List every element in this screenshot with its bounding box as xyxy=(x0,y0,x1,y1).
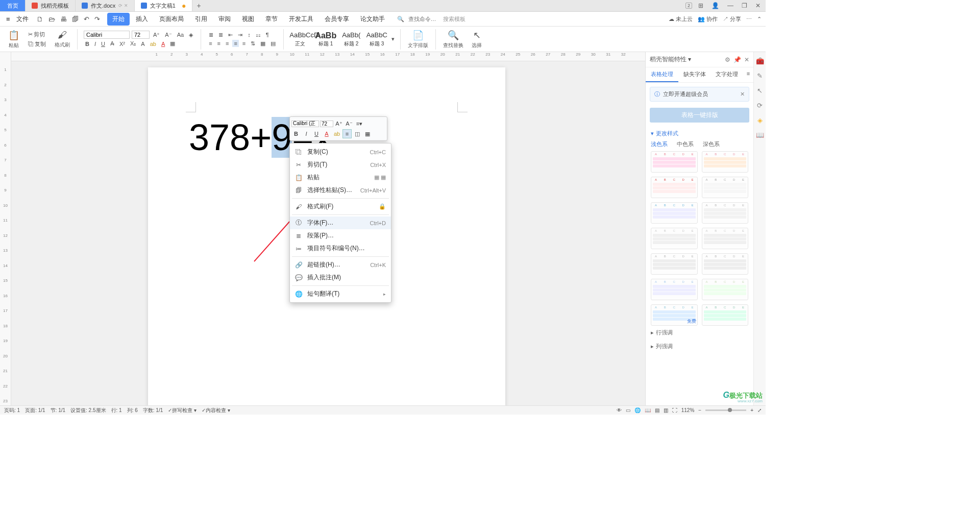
new-icon[interactable]: 🗋 xyxy=(36,14,44,24)
borders-button[interactable]: ▦ xyxy=(259,40,267,47)
redo-icon[interactable]: ↷ xyxy=(93,14,101,24)
select-button[interactable]: ↖选择 xyxy=(469,29,485,50)
italic-button[interactable]: I xyxy=(93,40,97,47)
horizontal-ruler[interactable]: 1234567891011121314151617181920212223242… xyxy=(11,52,645,61)
font-color-button[interactable]: A xyxy=(160,40,166,47)
close-button[interactable]: ✕ xyxy=(753,1,763,10)
row-emphasis-toggle[interactable]: ▸ 行强调 xyxy=(646,326,753,340)
undo-icon[interactable]: ↶ xyxy=(83,14,90,24)
style-thumbnail[interactable]: ABCDE xyxy=(651,151,698,173)
paste-button[interactable]: 📋粘贴 xyxy=(5,29,22,50)
mini-font-select[interactable] xyxy=(291,120,319,127)
view-outline-icon[interactable]: ▤ xyxy=(655,407,659,413)
tab-template[interactable]: 找稻壳模板 xyxy=(26,0,76,11)
style-thumbnail[interactable]: ABCDE xyxy=(702,279,749,300)
ribbon-tab-start[interactable]: 开始 xyxy=(107,13,130,26)
ctx-format-brush[interactable]: 🖌格式刷(F)🔒 xyxy=(290,200,391,213)
subscript-button[interactable]: X₂ xyxy=(129,40,137,47)
hamburger-icon[interactable]: ≡ xyxy=(4,14,12,24)
showmarks-button[interactable]: ¶ xyxy=(264,31,271,38)
style-thumbnail[interactable]: ABCDE xyxy=(702,253,749,275)
superscript-button[interactable]: X² xyxy=(118,40,127,47)
share-button[interactable]: ↗ 分享 xyxy=(723,15,741,23)
ctx-paragraph[interactable]: ≣段落(P)… xyxy=(290,229,391,242)
status-chars[interactable]: 字数: 1/1 xyxy=(143,407,163,414)
open-icon[interactable]: 🗁 xyxy=(47,14,56,24)
mini-shrink-font-icon[interactable]: A⁻ xyxy=(345,119,354,128)
zoom-slider[interactable] xyxy=(705,409,746,411)
gear-icon[interactable]: ⚙ xyxy=(725,56,730,63)
style-thumbnail[interactable]: ABCDE xyxy=(651,177,698,198)
tab-home[interactable]: 首页 xyxy=(0,0,26,11)
maximize-button[interactable]: ❐ xyxy=(740,1,749,10)
expand-icon[interactable]: ⤢ xyxy=(757,407,762,413)
ctx-cut[interactable]: ✂剪切(T)Ctrl+X xyxy=(290,158,391,171)
bold-button[interactable]: B xyxy=(84,40,91,47)
cut-button[interactable]: ✂ 剪切 xyxy=(27,30,47,39)
more-icon[interactable]: ⋯ xyxy=(746,16,752,22)
fit-icon[interactable]: ⛶ xyxy=(672,407,677,413)
font-size-select[interactable] xyxy=(132,31,150,39)
bullets-button[interactable]: ≣ xyxy=(207,31,215,39)
paste-options-icon[interactable]: ▦ ▦ xyxy=(374,174,386,181)
ribbon-tab-layout[interactable]: 页面布局 xyxy=(154,13,189,26)
status-section[interactable]: 节: 1/1 xyxy=(51,407,65,414)
panel-tab-table[interactable]: 表格处理 xyxy=(646,67,678,82)
strike-button[interactable]: A̶ xyxy=(109,40,116,47)
refresh-icon[interactable]: ⟳ xyxy=(757,102,763,109)
style-gallery[interactable]: AaBbCcD正文 AaBb标题 1 AaBb(标题 2 AaBbC标题 3 ▾ xyxy=(288,30,396,49)
status-page[interactable]: 页面: 1/1 xyxy=(25,407,45,414)
ctx-bullets[interactable]: ≔项目符号和编号(N)… xyxy=(290,242,391,255)
clear-format-icon[interactable]: ◈ xyxy=(187,31,194,39)
mini-linespace-icon[interactable]: ≡▾ xyxy=(355,119,364,128)
file-menu[interactable]: 文件 xyxy=(13,14,32,25)
mini-highlight-button[interactable]: ab xyxy=(332,129,341,138)
outdent-button[interactable]: ⇤ xyxy=(227,31,234,39)
align-center-button[interactable]: ≡ xyxy=(216,40,222,47)
mini-align-button[interactable]: ≡ xyxy=(342,129,352,138)
style-thumbnail[interactable]: ABCDE xyxy=(651,202,698,224)
table-autoformat-button[interactable]: 表格一键排版 xyxy=(650,108,749,123)
highlight-button[interactable]: ab xyxy=(149,40,158,47)
panel-tab-font[interactable]: 缺失字体 xyxy=(678,67,711,82)
style-thumbnail[interactable]: ABCDE xyxy=(702,228,749,249)
diamond-icon[interactable]: ◈ xyxy=(757,116,763,124)
status-position[interactable]: 设置值: 2.5厘米 xyxy=(70,407,106,414)
collapse-ribbon-icon[interactable]: ⌃ xyxy=(757,16,762,22)
grid-icon[interactable]: ⊞ xyxy=(696,1,705,10)
align-left-button[interactable]: ≡ xyxy=(207,40,213,47)
avatar-icon[interactable]: 👤 xyxy=(709,1,721,10)
panel-tab-more-icon[interactable]: ≡ xyxy=(743,67,753,82)
ctx-copy[interactable]: ⿻复制(C)Ctrl+C xyxy=(290,146,391,158)
ribbon-tab-view[interactable]: 视图 xyxy=(237,13,259,26)
copy-button[interactable]: ⿻ 复制 xyxy=(27,40,47,49)
change-style-toggle[interactable]: ▾ 更改样式 xyxy=(646,127,753,140)
mini-border-button[interactable]: ▦ xyxy=(363,129,372,138)
linespacing-button[interactable]: ↕ xyxy=(246,31,252,38)
brush-lock-icon[interactable]: 🔒 xyxy=(379,203,386,210)
ribbon-tab-vip[interactable]: 会员专享 xyxy=(320,13,354,26)
ribbon-tab-dev[interactable]: 开发工具 xyxy=(284,13,318,26)
vertical-ruler[interactable]: 123456789101112131415161718192021222324 xyxy=(0,52,11,405)
font-select[interactable] xyxy=(84,31,130,39)
pen-icon[interactable]: ✎ xyxy=(757,72,763,80)
shade-button[interactable]: ▦ xyxy=(168,40,177,47)
col-emphasis-toggle[interactable]: ▸ 列强调 xyxy=(646,340,753,353)
toolbox-icon[interactable]: 🧰 xyxy=(756,57,764,65)
indent-button[interactable]: ⇥ xyxy=(236,31,244,39)
ribbon-tab-ref[interactable]: 引用 xyxy=(190,13,212,26)
underline-button[interactable]: U xyxy=(100,40,107,47)
printpreview-icon[interactable]: 🗐 xyxy=(71,14,80,24)
panel-tab-text[interactable]: 文字处理 xyxy=(710,67,743,82)
mini-grow-font-icon[interactable]: A⁺ xyxy=(334,119,344,128)
view-page-icon[interactable]: ▭ xyxy=(626,407,630,413)
status-spell[interactable]: ✓拼写检查 ▾ xyxy=(168,407,197,414)
distribute-button[interactable]: ≡ xyxy=(241,40,247,47)
shading-button[interactable]: ▤ xyxy=(269,40,277,47)
case-icon[interactable]: Aa xyxy=(176,31,185,38)
book-icon[interactable]: 📖 xyxy=(756,131,764,139)
numbering-button[interactable]: ≣ xyxy=(217,31,225,39)
mini-bold-button[interactable]: B xyxy=(291,129,301,138)
color-dark[interactable]: 深色系 xyxy=(703,140,720,148)
notice-close-icon[interactable]: ✕ xyxy=(740,91,745,98)
